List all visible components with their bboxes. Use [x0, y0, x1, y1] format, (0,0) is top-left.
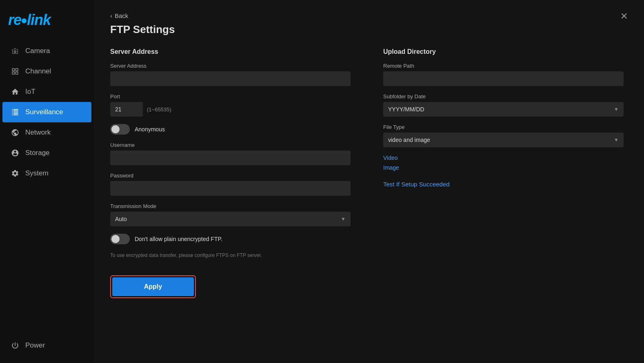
close-button[interactable]: × — [620, 10, 628, 22]
list-icon — [11, 108, 20, 117]
transmission-mode-select-wrapper: Auto Active Passive ▼ — [110, 212, 351, 226]
image-link[interactable]: Image — [383, 164, 624, 171]
subfolder-select-wrapper: YYYY/MM/DD MM/DD/YYYY DD/MM/YYYY ▼ — [383, 102, 624, 117]
remote-path-input[interactable] — [383, 71, 624, 86]
sidebar-item-storage[interactable]: Storage — [2, 143, 91, 163]
sidebar-item-storage-label: Storage — [25, 149, 50, 157]
sidebar-item-system-label: System — [25, 169, 49, 177]
remote-path-label: Remote Path — [383, 63, 624, 69]
file-type-select[interactable]: video and image video only image only — [383, 133, 624, 147]
sidebar-item-iot-label: IoT — [25, 88, 36, 96]
username-group: Username — [110, 142, 351, 165]
port-hint: (1~65535) — [147, 106, 171, 113]
sidebar: relink Camera Channel IoT Surveillance N… — [0, 0, 94, 363]
transmission-mode-group: Transmission Mode Auto Active Passive ▼ — [110, 203, 351, 226]
logo: relink — [0, 7, 94, 41]
password-label: Password — [110, 173, 351, 179]
back-arrow-icon: ‹ — [110, 12, 112, 19]
no-plain-ftp-label: Don't allow plain unencrypted FTP. — [135, 236, 222, 242]
remote-path-group: Remote Path — [383, 63, 624, 86]
port-input[interactable] — [110, 102, 143, 117]
password-group: Password — [110, 173, 351, 196]
apply-section: Apply — [110, 275, 351, 298]
sidebar-item-channel-label: Channel — [25, 67, 51, 75]
server-address-label: Server Address — [110, 63, 351, 69]
username-input[interactable] — [110, 151, 351, 165]
sidebar-bottom: Power — [0, 335, 94, 363]
storage-icon — [11, 148, 20, 157]
logo-text: relink — [8, 11, 51, 28]
power-icon — [11, 341, 20, 350]
server-address-section-title: Server Address — [110, 48, 351, 55]
password-input[interactable] — [110, 181, 351, 196]
transmission-mode-select[interactable]: Auto Active Passive — [110, 212, 351, 226]
sidebar-item-iot[interactable]: IoT — [2, 82, 91, 102]
camera-icon — [11, 46, 20, 55]
port-group: Port (1~65535) — [110, 93, 351, 117]
back-label: Back — [115, 12, 128, 19]
globe-icon — [11, 128, 20, 137]
home-icon — [11, 87, 20, 96]
upload-directory-section-title: Upload Directory — [383, 48, 624, 55]
sidebar-item-system[interactable]: System — [2, 163, 91, 184]
subfolder-group: Subfolder by Date YYYY/MM/DD MM/DD/YYYY … — [383, 93, 624, 117]
no-plain-ftp-toggle[interactable] — [110, 234, 130, 244]
power-label: Power — [25, 341, 45, 350]
server-address-input[interactable] — [110, 71, 351, 86]
file-type-select-wrapper: video and image video only image only ▼ — [383, 133, 624, 147]
sidebar-item-surveillance-label: Surveillance — [25, 108, 63, 116]
form-columns: Server Address Server Address Port (1~65… — [110, 48, 624, 298]
top-bar: ‹ Back — [110, 12, 624, 19]
test-setup-link[interactable]: Test If Setup Succeeded — [383, 181, 450, 188]
gear-icon — [11, 169, 20, 178]
video-link[interactable]: Video — [383, 155, 624, 161]
back-button[interactable]: ‹ Back — [110, 12, 128, 19]
port-row: (1~65535) — [110, 102, 351, 117]
sidebar-item-camera[interactable]: Camera — [2, 41, 91, 61]
sidebar-item-channel[interactable]: Channel — [2, 61, 91, 82]
subfolder-label: Subfolder by Date — [383, 93, 624, 100]
server-address-column: Server Address Server Address Port (1~65… — [110, 48, 351, 298]
no-plain-ftp-toggle-row: Don't allow plain unencrypted FTP. — [110, 234, 351, 244]
upload-directory-column: Upload Directory Remote Path Subfolder b… — [383, 48, 624, 298]
encrypt-note: To use encrypted data transfer, please c… — [110, 252, 351, 259]
server-address-group: Server Address — [110, 63, 351, 86]
port-label: Port — [110, 93, 351, 100]
page-title: FTP Settings — [110, 23, 624, 36]
anonymous-label: Anonymous — [135, 126, 165, 133]
anonymous-toggle-row: Anonymous — [110, 124, 351, 135]
apply-button[interactable]: Apply — [112, 277, 194, 296]
power-item[interactable]: Power — [2, 335, 91, 356]
sidebar-item-surveillance[interactable]: Surveillance — [2, 102, 91, 122]
subfolder-select[interactable]: YYYY/MM/DD MM/DD/YYYY DD/MM/YYYY — [383, 102, 624, 117]
username-label: Username — [110, 142, 351, 148]
file-type-group: File Type video and image video only ima… — [383, 124, 624, 147]
main-content: × ‹ Back FTP Settings Server Address Ser… — [94, 0, 644, 363]
transmission-mode-label: Transmission Mode — [110, 203, 351, 209]
file-type-label: File Type — [383, 124, 624, 130]
apply-button-wrapper: Apply — [110, 275, 196, 298]
sidebar-item-network-label: Network — [25, 128, 51, 137]
anonymous-toggle[interactable] — [110, 124, 130, 135]
sidebar-item-network[interactable]: Network — [2, 122, 91, 143]
sidebar-item-camera-label: Camera — [25, 47, 50, 55]
grid-icon — [11, 67, 20, 76]
